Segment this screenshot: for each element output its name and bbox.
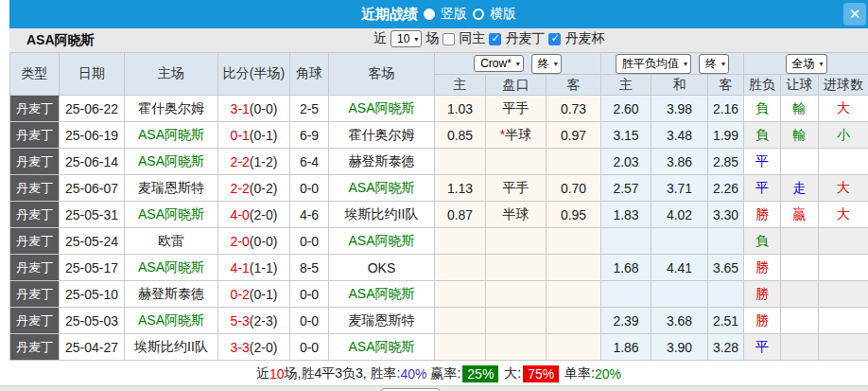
cell-result: 負: [744, 96, 781, 122]
cell-date: 25-05-10: [60, 281, 125, 308]
full-match-select[interactable]: 全场▾: [786, 54, 827, 74]
league-label[interactable]: 丹麦丁: [505, 30, 545, 47]
sub-header-handicap-result: 让球: [781, 75, 819, 96]
cell-home-team: ASA阿晓斯: [125, 122, 218, 149]
cell-mean-home: 1.83: [601, 202, 651, 228]
cell-handicap-result: [781, 308, 819, 334]
odds-company-select[interactable]: Crow*▾: [474, 55, 524, 72]
cell-score: 5-3(2-3): [218, 308, 290, 334]
close-icon[interactable]: ✕: [843, 3, 866, 26]
col-header-date: 日期: [60, 53, 125, 96]
cup-checkbox[interactable]: [548, 33, 561, 45]
cell-odds-home: [435, 334, 486, 361]
cell-odds-away: 0.97: [547, 122, 601, 149]
cell-handicap: *半球: [486, 122, 547, 149]
result-header-group: 全场▾: [744, 53, 868, 75]
cell-date: 25-05-03: [60, 308, 125, 334]
cell-home-team: ASA阿晓斯: [125, 202, 218, 228]
cell-mean-draw: [651, 281, 708, 308]
cell-date: 25-05-31: [60, 202, 125, 228]
fulltime-score: 5-3: [231, 313, 250, 329]
same-home-label[interactable]: 同主: [459, 30, 485, 47]
cell-handicap-result: [781, 281, 819, 308]
cell-home-team: ASA阿晓斯: [125, 255, 218, 281]
summary-bar: 近10场,胜4平3负3, 胜率:40% 赢率:25% 大:75% 单率:20%: [9, 361, 868, 386]
cell-score: 0-1(0-1): [218, 122, 290, 149]
fulltime-score: 2-2: [231, 181, 250, 196]
same-home-checkbox[interactable]: [443, 33, 455, 45]
cell-result: 勝: [744, 308, 781, 334]
mean-stage-select[interactable]: 终▾: [699, 54, 729, 74]
odds-stage-select[interactable]: 终▾: [531, 54, 562, 74]
cell-date: 25-05-24: [60, 228, 125, 255]
cell-mean-home: [601, 281, 651, 308]
cell-result: 勝: [744, 255, 781, 281]
sub-header-mean-home: 主: [601, 75, 651, 96]
cell-league: 丹麦丁: [10, 334, 60, 361]
summary-segment: 近: [256, 365, 269, 382]
cell-corners: 0-0: [290, 228, 329, 255]
cell-handicap: 平手: [486, 96, 547, 122]
mean-stage-value: 终: [705, 56, 717, 72]
cell-league: 丹麦丁: [10, 149, 60, 175]
halftime-score: (0-0): [250, 234, 278, 249]
cell-mean-home: 1.68: [601, 255, 651, 281]
cell-odds-away: [547, 281, 601, 308]
cell-corners: 2-5: [290, 96, 329, 122]
league-checkbox[interactable]: [489, 33, 501, 45]
cell-home-team: ASA阿晓斯: [125, 149, 218, 175]
cell-result: 勝: [744, 281, 781, 308]
horizontal-layout-label[interactable]: 横版: [490, 6, 516, 23]
cell-away-team: 埃斯比约II队: [329, 202, 435, 228]
vertical-layout-radio[interactable]: [424, 9, 435, 20]
cell-date: 25-06-14: [60, 149, 125, 175]
cell-mean-draw: 3.90: [651, 334, 708, 361]
summary-segment: 20%: [595, 366, 621, 382]
cell-corners: 8-5: [290, 255, 329, 281]
match-count-select[interactable]: 10▾: [391, 30, 422, 47]
cell-mean-home: 2.60: [601, 96, 651, 122]
title-group: 近期战绩 竖版 横版: [361, 6, 516, 24]
cell-away-team: OKS: [329, 255, 435, 281]
cell-mean-home: 3.15: [601, 122, 651, 149]
cell-away-team: 赫登斯泰德: [329, 149, 435, 175]
horizontal-layout-radio[interactable]: [473, 9, 484, 20]
cell-result: 負: [744, 122, 781, 149]
table-row: 丹麦丁25-06-14ASA阿晓斯2-2(1-2)6-4赫登斯泰德2.033.8…: [10, 149, 868, 175]
odds-stage-value: 终: [538, 56, 549, 72]
cell-corners: 0-0: [290, 334, 329, 361]
vertical-layout-label[interactable]: 竖版: [441, 6, 467, 23]
cell-score: 4-0(2-0): [218, 202, 290, 228]
table-row: 丹麦丁25-06-22霍什奥尔姆3-1(0-0)2-5ASA阿晓斯1.03平手0…: [10, 96, 868, 122]
halftime-score: (1-2): [250, 154, 278, 169]
recent-results-popup: 近期战绩 竖版 横版 ✕ ASA阿晓斯 近 10▾ 场 同主 丹麦丁 丹麦杯: [0, 0, 868, 391]
fulltime-score: 0-1: [231, 128, 250, 143]
cell-goals-result: [819, 281, 868, 308]
cell-mean-draw: 3.71: [651, 175, 708, 202]
sub-header-odds-home: 主: [435, 75, 486, 96]
cell-home-team: 麦瑞恩斯特: [125, 175, 218, 202]
cell-score: 2-0(0-0): [218, 228, 290, 255]
cell-handicap: [486, 334, 547, 361]
matches-label: 场: [425, 30, 439, 47]
cell-home-team: 埃斯比约II队: [125, 334, 218, 361]
summary-segment: 25%: [462, 365, 498, 382]
halftime-score: (1-1): [250, 260, 278, 275]
cell-odds-home: 0.87: [435, 202, 486, 228]
cell-league: 丹麦丁: [10, 228, 60, 255]
summary-segment: 75%: [523, 365, 559, 382]
results-table: 类型 日期 主场 比分(半场) 角球 客场 Crow*▾ 终▾ 胜平负均: [9, 52, 868, 361]
cell-handicap: 平手: [486, 175, 547, 202]
cell-mean-away: [708, 228, 744, 255]
cell-handicap-result: [781, 149, 819, 175]
cell-goals-result: [819, 149, 868, 175]
mean-type-select[interactable]: 胜平负均值▾: [616, 54, 691, 74]
fulltime-score: 4-1: [231, 260, 250, 275]
summary-segment: 场,胜4平3负3, 胜率:: [285, 365, 401, 382]
match-count-value: 10: [397, 32, 409, 45]
cup-label[interactable]: 丹麦杯: [564, 30, 604, 47]
cell-date: 25-04-27: [60, 334, 125, 361]
cell-handicap: [486, 255, 547, 281]
cell-mean-home: 2.03: [601, 149, 651, 175]
cell-handicap: [486, 149, 547, 175]
